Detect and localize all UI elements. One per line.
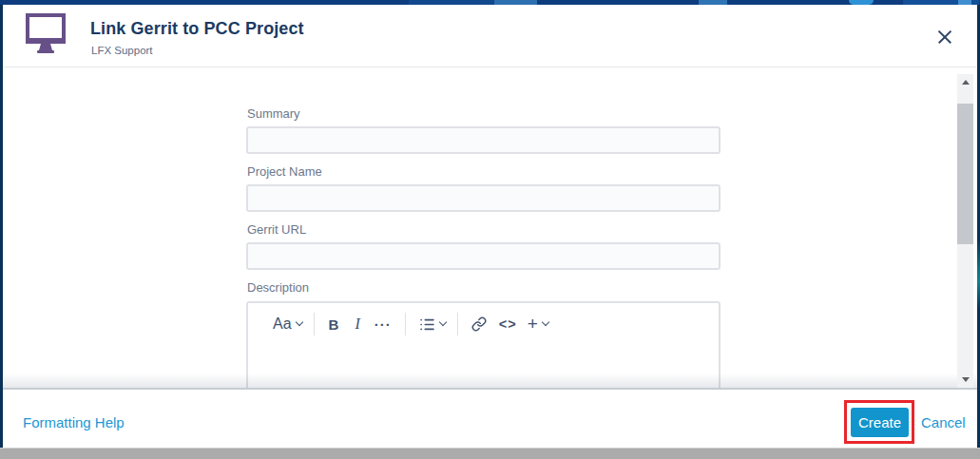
banner-blob <box>958 0 971 5</box>
scroll-up-arrow-icon <box>962 80 970 85</box>
insert-label: + <box>528 314 538 335</box>
modal-subtitle: LFX Support <box>91 45 153 56</box>
toolbar-divider <box>314 313 315 335</box>
banner-blob <box>494 0 537 5</box>
modal-footer: Formatting Help Create Cancel <box>3 390 977 448</box>
banner-blob <box>409 0 504 5</box>
chevron-down-icon <box>439 318 447 326</box>
summary-input[interactable] <box>246 126 721 154</box>
formatting-help-link[interactable]: Formatting Help <box>23 414 125 430</box>
link-gerrit-modal: Link Gerrit to PCC Project LFX Support S… <box>0 0 980 459</box>
scroll-up-button[interactable] <box>957 74 973 90</box>
insert-button[interactable]: + <box>528 314 548 335</box>
toolbar-divider <box>405 313 406 335</box>
scroll-down-button[interactable] <box>957 372 973 388</box>
summary-label: Summary <box>247 106 300 121</box>
page-background-strip <box>0 448 980 459</box>
modal-title: Link Gerrit to PCC Project <box>90 19 304 39</box>
modal-left-border <box>0 5 3 448</box>
link-button[interactable] <box>471 316 487 332</box>
scrollbar-thumb[interactable] <box>957 104 973 244</box>
code-button[interactable]: <> <box>499 316 517 332</box>
toolbar-divider <box>457 313 458 335</box>
project-name-input[interactable] <box>246 184 721 212</box>
scroll-down-arrow-icon <box>962 377 970 382</box>
italic-button[interactable]: I <box>355 316 359 333</box>
more-formatting-button[interactable]: ··· <box>375 316 392 333</box>
scroll-shadow <box>3 373 977 388</box>
close-icon[interactable] <box>935 28 954 47</box>
chevron-down-icon <box>542 318 549 326</box>
create-button[interactable]: Create <box>851 408 909 437</box>
link-icon <box>471 316 487 332</box>
bullet-list-button[interactable] <box>419 316 446 333</box>
monitor-icon <box>26 11 66 61</box>
text-style-button[interactable]: Aa <box>273 316 302 333</box>
text-style-label: Aa <box>273 316 292 333</box>
cancel-link[interactable]: Cancel <box>921 414 966 430</box>
modal-header: Link Gerrit to PCC Project LFX Support <box>3 5 977 67</box>
background-banner <box>0 0 980 5</box>
scrollbar[interactable] <box>957 74 973 388</box>
banner-blob <box>699 0 727 5</box>
project-name-label: Project Name <box>247 164 322 179</box>
gerrit-url-label: Gerrit URL <box>247 222 306 237</box>
description-label: Description <box>247 280 309 295</box>
editor-toolbar: Aa B I ··· <box>248 303 719 345</box>
bullet-list-icon <box>419 316 435 333</box>
banner-blob <box>849 0 874 5</box>
gerrit-url-input[interactable] <box>246 242 721 270</box>
bold-button[interactable]: B <box>329 316 339 333</box>
chevron-down-icon <box>295 318 302 326</box>
